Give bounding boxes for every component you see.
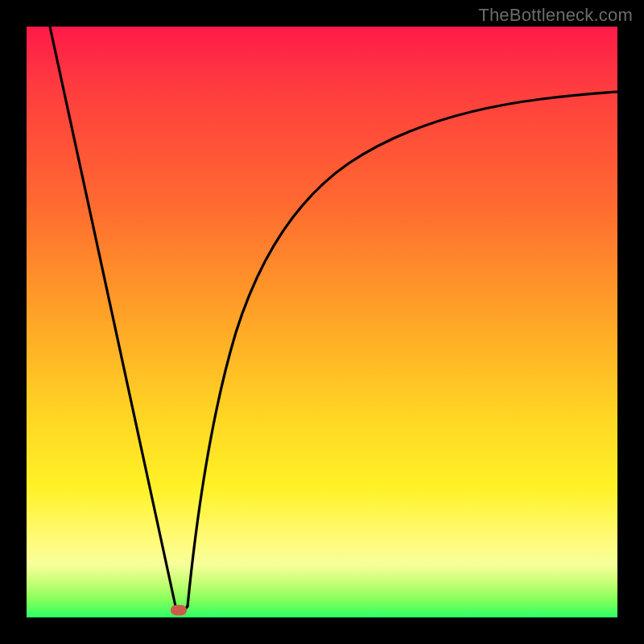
plot-area	[27, 27, 617, 617]
watermark-text: TheBottleneck.com	[478, 5, 633, 26]
chart-frame: TheBottleneck.com	[0, 0, 644, 644]
curve-right-branch	[188, 92, 617, 606]
bottleneck-curve	[27, 27, 617, 617]
curve-left-branch	[50, 27, 175, 606]
minimum-marker	[171, 605, 187, 616]
